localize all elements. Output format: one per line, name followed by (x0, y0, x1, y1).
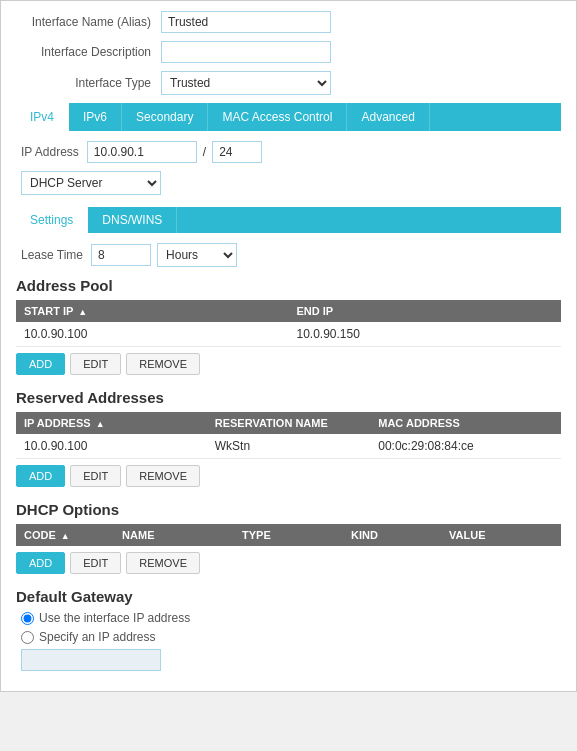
reserved-addresses-table: IP ADDRESS ▲ RESERVATION NAME MAC ADDRES… (16, 412, 561, 459)
interface-type-select[interactable]: Trusted Optional External Custom (161, 71, 331, 95)
interface-name-label: Interface Name (Alias) (16, 15, 161, 29)
col-name: NAME (114, 524, 234, 546)
col-code[interactable]: CODE ▲ (16, 524, 114, 546)
ip-slash: / (203, 145, 206, 159)
dhcp-server-row: DHCP Server Disabled DHCP Relay (16, 171, 561, 195)
code-sort-icon: ▲ (61, 531, 70, 541)
col-value: VALUE (441, 524, 561, 546)
tab-mac-access[interactable]: MAC Access Control (208, 103, 347, 131)
ip-address-input[interactable] (87, 141, 197, 163)
reserved-remove-button[interactable]: REMOVE (126, 465, 200, 487)
interface-type-row: Interface Type Trusted Optional External… (16, 71, 561, 95)
default-gateway-heading: Default Gateway (16, 588, 561, 605)
tab-advanced[interactable]: Advanced (347, 103, 429, 131)
lease-unit-select[interactable]: Hours Minutes Days (157, 243, 237, 267)
reserved-add-button[interactable]: ADD (16, 465, 65, 487)
cell-mac-address: 00:0c:29:08:84:ce (370, 434, 561, 459)
reserved-edit-button[interactable]: EDIT (70, 465, 121, 487)
interface-type-label: Interface Type (16, 76, 161, 90)
cell-ip-address: 10.0.90.100 (16, 434, 207, 459)
ip-address-sort-icon: ▲ (96, 419, 105, 429)
interface-name-input[interactable] (161, 11, 331, 33)
interface-description-row: Interface Description (16, 41, 561, 63)
col-ip-address[interactable]: IP ADDRESS ▲ (16, 412, 207, 434)
table-row: 10.0.90.100 10.0.90.150 (16, 322, 561, 347)
col-start-ip[interactable]: START IP ▲ (16, 300, 289, 322)
cell-reservation-name: WkStn (207, 434, 371, 459)
dhcp-server-select[interactable]: DHCP Server Disabled DHCP Relay (21, 171, 161, 195)
cidr-input[interactable] (212, 141, 262, 163)
dhcp-options-table: CODE ▲ NAME TYPE KIND VALUE (16, 524, 561, 546)
col-reservation-name: RESERVATION NAME (207, 412, 371, 434)
interface-description-input[interactable] (161, 41, 331, 63)
dhcp-options-remove-button[interactable]: REMOVE (126, 552, 200, 574)
ip-address-label: IP Address (21, 145, 79, 159)
gateway-option-interface[interactable]: Use the interface IP address (21, 611, 556, 625)
lease-time-input[interactable] (91, 244, 151, 266)
address-pool-table: START IP ▲ END IP 10.0.90.100 10.0.90.15… (16, 300, 561, 347)
reserved-addresses-heading: Reserved Addresses (16, 389, 561, 406)
col-end-ip: END IP (289, 300, 562, 322)
col-mac-address: MAC ADDRESS (370, 412, 561, 434)
dhcp-options-add-button[interactable]: ADD (16, 552, 65, 574)
tab-ipv6[interactable]: IPv6 (69, 103, 122, 131)
dhcp-options-heading: DHCP Options (16, 501, 561, 518)
address-pool-add-button[interactable]: ADD (16, 353, 65, 375)
sub-tabs: Settings DNS/WINS (16, 207, 561, 233)
address-pool-remove-button[interactable]: REMOVE (126, 353, 200, 375)
col-kind: KIND (343, 524, 441, 546)
cell-start-ip: 10.0.90.100 (16, 322, 289, 347)
table-row: 10.0.90.100 WkStn 00:0c:29:08:84:ce (16, 434, 561, 459)
tab-secondary[interactable]: Secondary (122, 103, 208, 131)
gateway-radio-interface[interactable] (21, 612, 34, 625)
address-pool-buttons: ADD EDIT REMOVE (16, 353, 561, 375)
tab-ipv4[interactable]: IPv4 (16, 103, 69, 131)
gateway-radio-specify[interactable] (21, 631, 34, 644)
start-ip-sort-icon: ▲ (78, 307, 87, 317)
subtab-settings[interactable]: Settings (16, 207, 88, 233)
cell-end-ip: 10.0.90.150 (289, 322, 562, 347)
ip-address-row: IP Address / (16, 141, 561, 163)
dhcp-options-edit-button[interactable]: EDIT (70, 552, 121, 574)
gateway-ip-input-row (16, 649, 561, 671)
col-type: TYPE (234, 524, 343, 546)
dhcp-options-buttons: ADD EDIT REMOVE (16, 552, 561, 574)
gateway-option-specify[interactable]: Specify an IP address (21, 630, 556, 644)
reserved-addresses-buttons: ADD EDIT REMOVE (16, 465, 561, 487)
address-pool-edit-button[interactable]: EDIT (70, 353, 121, 375)
subtab-dnswins[interactable]: DNS/WINS (88, 207, 177, 233)
default-gateway-options: Use the interface IP address Specify an … (16, 611, 561, 644)
lease-time-row: Lease Time Hours Minutes Days (16, 243, 561, 267)
main-tabs: IPv4 IPv6 Secondary MAC Access Control A… (16, 103, 561, 131)
address-pool-heading: Address Pool (16, 277, 561, 294)
lease-time-label: Lease Time (21, 248, 83, 262)
interface-description-label: Interface Description (16, 45, 161, 59)
interface-name-row: Interface Name (Alias) (16, 11, 561, 33)
gateway-ip-input[interactable] (21, 649, 161, 671)
main-container: Interface Name (Alias) Interface Descrip… (0, 0, 577, 692)
